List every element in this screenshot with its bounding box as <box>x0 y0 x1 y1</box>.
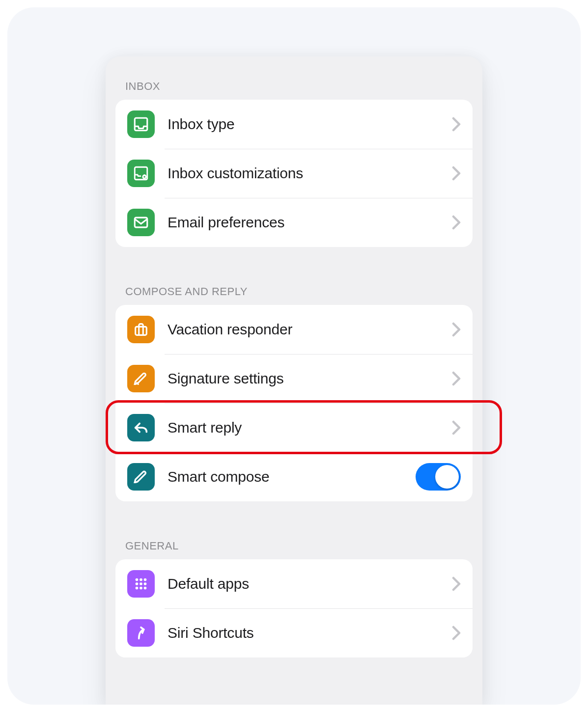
group-compose: Vacation responder Signature settings Sm… <box>115 305 473 501</box>
row-vacation-responder[interactable]: Vacation responder <box>115 305 473 354</box>
inbox-gear-icon <box>127 160 155 187</box>
smart-compose-toggle[interactable] <box>416 463 461 491</box>
row-label: Siri Shortcuts <box>168 625 452 641</box>
row-label: Signature settings <box>168 370 452 387</box>
section-header-compose: COMPOSE AND REPLY <box>106 275 482 305</box>
pencil-icon <box>127 463 155 491</box>
card-container: INBOX Inbox type Inbox customizations <box>7 7 581 705</box>
svg-point-10 <box>144 582 147 585</box>
chevron-right-icon <box>452 626 461 640</box>
svg-point-12 <box>140 587 142 590</box>
settings-panel: INBOX Inbox type Inbox customizations <box>106 56 482 705</box>
row-siri-shortcuts[interactable]: Siri Shortcuts <box>115 608 473 657</box>
chevron-right-icon <box>452 420 461 435</box>
row-label: Inbox type <box>168 116 452 133</box>
row-label: Smart reply <box>168 419 452 436</box>
suitcase-icon <box>127 316 155 343</box>
svg-point-5 <box>136 578 139 581</box>
apps-grid-icon <box>127 570 155 598</box>
pen-signature-icon <box>127 365 155 392</box>
section-header-general: GENERAL <box>106 530 482 559</box>
svg-rect-3 <box>135 218 147 227</box>
inbox-tray-icon <box>127 110 155 138</box>
row-inbox-customizations[interactable]: Inbox customizations <box>115 149 473 198</box>
row-label: Default apps <box>168 575 452 592</box>
envelope-icon <box>127 209 155 236</box>
row-smart-reply[interactable]: Smart reply <box>115 403 473 452</box>
chevron-right-icon <box>452 322 461 337</box>
chevron-right-icon <box>452 215 461 230</box>
row-signature-settings[interactable]: Signature settings <box>115 354 473 403</box>
section-header-inbox: INBOX <box>106 70 482 100</box>
svg-rect-4 <box>136 327 147 335</box>
svg-point-11 <box>136 587 139 590</box>
row-label: Vacation responder <box>168 321 452 338</box>
svg-point-2 <box>143 175 146 178</box>
shortcut-arrow-icon <box>127 619 155 647</box>
row-label: Email preferences <box>168 214 452 231</box>
svg-point-6 <box>140 578 142 581</box>
row-default-apps[interactable]: Default apps <box>115 559 473 608</box>
row-label: Inbox customizations <box>168 165 452 182</box>
group-general: Default apps Siri Shortcuts <box>115 559 473 657</box>
row-email-preferences[interactable]: Email preferences <box>115 198 473 247</box>
svg-point-7 <box>144 578 147 581</box>
chevron-right-icon <box>452 371 461 386</box>
svg-point-13 <box>144 587 147 590</box>
row-inbox-type[interactable]: Inbox type <box>115 100 473 149</box>
svg-point-9 <box>140 582 142 585</box>
chevron-right-icon <box>452 117 461 132</box>
row-smart-compose: Smart compose <box>115 452 473 501</box>
chevron-right-icon <box>452 166 461 181</box>
row-label: Smart compose <box>168 468 416 485</box>
group-inbox: Inbox type Inbox customizations Email pr… <box>115 100 473 247</box>
svg-point-8 <box>136 582 139 585</box>
reply-arrow-icon <box>127 414 155 441</box>
chevron-right-icon <box>452 576 461 591</box>
